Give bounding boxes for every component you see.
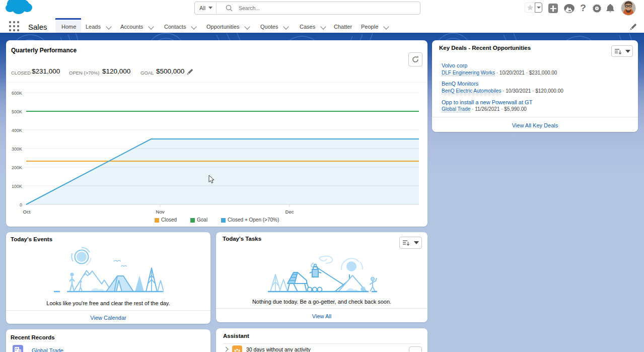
svg-text:100K: 100K xyxy=(12,184,22,189)
svg-text:0: 0 xyxy=(20,202,22,207)
svg-text:600K: 600K xyxy=(12,91,22,96)
svg-text:?: ? xyxy=(580,3,586,13)
svg-text:300K: 300K xyxy=(12,147,22,152)
svg-text:500K: 500K xyxy=(12,109,22,114)
svg-text:Oct: Oct xyxy=(23,209,31,215)
svg-text:400K: 400K xyxy=(12,128,22,133)
svg-text:Dec: Dec xyxy=(285,209,294,215)
svg-text:Nov: Nov xyxy=(156,209,165,215)
svg-text:200K: 200K xyxy=(12,165,22,170)
